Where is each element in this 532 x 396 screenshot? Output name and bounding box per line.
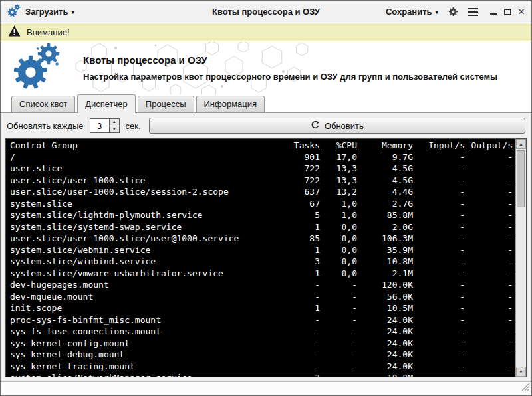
interval-spinbox: ▲ ▼ xyxy=(90,118,120,133)
interval-input[interactable] xyxy=(90,119,109,132)
tab-dispatcher[interactable]: Диспетчер xyxy=(77,94,136,113)
page-header: Квоты процессора и ОЗУ Настройка парамет… xyxy=(1,41,531,94)
cgroup-table-area: Control Group Tasks %CPU Memory Input/s … xyxy=(6,139,515,377)
close-icon: × xyxy=(518,7,525,17)
table-row[interactable]: system.slice/vmware-usbarbitrator.servic… xyxy=(9,268,514,280)
app-window: Загрузить ▾ Квоты процессора и ОЗУ Сохра… xyxy=(0,0,532,396)
refresh-controls: Обновлять каждые ▲ ▼ сек. Обновить xyxy=(5,116,527,138)
tab-quota-list[interactable]: Список квот xyxy=(11,96,75,112)
settings-gear-icon[interactable] xyxy=(448,6,459,17)
table-row[interactable]: user.slice/user-1000.slice/session-2.sco… xyxy=(9,186,514,198)
col-header-input: Input/s xyxy=(414,140,466,151)
resize-grip[interactable] xyxy=(521,382,530,394)
col-header-tasks: Tasks xyxy=(280,140,321,151)
close-button[interactable]: × xyxy=(518,7,525,17)
table-row[interactable]: sys-kernel-debug.mount - - 24.0K - - xyxy=(9,349,514,361)
cgroup-table-body: / 901 17,0 9.7G - - user.slice 722 xyxy=(9,151,514,377)
table-row[interactable]: system.slice/NetworkManager.service 3 - … xyxy=(9,372,514,377)
table-row[interactable]: / 901 17,0 9.7G - - xyxy=(9,151,514,163)
table-row[interactable]: user.slice/user-1000.slice 722 13,3 4.5G… xyxy=(9,175,514,187)
col-header-output: Output/s xyxy=(466,140,514,151)
tab-processes[interactable]: Процессы xyxy=(138,96,194,112)
table-row[interactable]: user.slice 722 13,3 4.5G - - xyxy=(9,163,514,175)
table-row[interactable]: sys-kernel-tracing.mount - - 24.0K - - xyxy=(9,361,514,373)
vertical-scrollbar[interactable]: ▲ ▼ xyxy=(515,139,526,377)
tab-panel: Обновлять каждые ▲ ▼ сек. Обновить xyxy=(1,112,531,381)
table-row[interactable]: system.slice/webmin.service 1 0,0 35.9M … xyxy=(9,245,514,256)
warning-bar: Внимание! xyxy=(1,23,531,41)
menu-icon[interactable] xyxy=(468,8,478,16)
col-header-memory: Memory xyxy=(358,140,414,151)
refresh-button[interactable]: Обновить xyxy=(149,118,525,134)
spin-up-button[interactable]: ▲ xyxy=(110,119,119,126)
refresh-button-label: Обновить xyxy=(325,121,364,131)
load-menu-label: Загрузить xyxy=(25,7,68,17)
table-row[interactable]: init.scope 1 - 10.5M - - xyxy=(9,302,514,314)
minimize-button[interactable] xyxy=(490,9,497,15)
cgroup-monitor: Control Group Tasks %CPU Memory Input/s … xyxy=(5,138,527,377)
table-row[interactable]: sys-kernel-config.mount - - 24.0K - - xyxy=(9,338,514,349)
chevron-down-icon: ▾ xyxy=(71,9,74,15)
maximize-button[interactable] xyxy=(504,9,511,15)
warning-icon xyxy=(8,25,21,39)
tab-information[interactable]: Информация xyxy=(196,96,265,112)
tab-bar: Список квот Диспетчер Процессы Информаци… xyxy=(1,94,531,112)
save-menu-button[interactable]: Сохранить ▾ xyxy=(386,7,438,17)
spin-down-button[interactable]: ▼ xyxy=(110,126,119,133)
window-controls: × xyxy=(490,7,525,17)
table-header-row: Control Group Tasks %CPU Memory Input/s … xyxy=(9,140,514,151)
table-row[interactable]: dev-hugepages.mount - - 120.0K - - xyxy=(9,279,514,291)
page-subtitle: Настройка параметров квот процессорного … xyxy=(83,72,497,82)
cgroup-table: Control Group Tasks %CPU Memory Input/s … xyxy=(9,140,514,377)
status-bar xyxy=(1,381,531,395)
scroll-down-button[interactable]: ▼ xyxy=(516,367,526,377)
app-icon xyxy=(7,4,21,20)
col-header-control-group: Control Group xyxy=(9,140,280,151)
table-row[interactable]: dev-mqueue.mount - - 56.0K - - xyxy=(9,291,514,303)
save-menu-label: Сохранить xyxy=(386,7,432,17)
table-row[interactable]: system.slice/lightdm-plymouth.service 5 … xyxy=(9,209,514,221)
page-title: Квоты процессора и ОЗУ xyxy=(83,54,497,66)
table-row[interactable]: sys-fs-fuse-connections.mount - - 24.0K … xyxy=(9,326,514,338)
table-row[interactable]: proc-sys-fs-binfmt_misc.mount - - 24.0K … xyxy=(9,314,514,326)
scroll-up-button[interactable]: ▲ xyxy=(516,139,526,149)
scrollbar-thumb[interactable] xyxy=(517,150,525,207)
warning-label: Внимание! xyxy=(27,27,70,37)
maximize-icon xyxy=(504,9,511,15)
seconds-label: сек. xyxy=(126,121,141,131)
table-row[interactable]: system.slice/systemd-swap.service 1 0,0 … xyxy=(9,221,514,233)
app-logo-gears xyxy=(13,43,61,93)
load-menu-button[interactable]: Загрузить ▾ xyxy=(25,7,74,17)
table-row[interactable]: system.slice 67 1,0 2.7G - - xyxy=(9,198,514,210)
table-row[interactable]: system.slice/winbind.service 3 0,0 10.8M… xyxy=(9,256,514,268)
chevron-down-icon: ▾ xyxy=(436,9,439,15)
refresh-icon xyxy=(311,120,320,132)
interval-label: Обновлять каждые xyxy=(7,121,84,131)
titlebar: Загрузить ▾ Квоты процессора и ОЗУ Сохра… xyxy=(1,1,531,23)
table-row[interactable]: user.slice/user-1000.slice/user@1000.ser… xyxy=(9,233,514,245)
col-header-cpu: %CPU xyxy=(321,140,358,151)
minimize-icon xyxy=(490,9,497,15)
